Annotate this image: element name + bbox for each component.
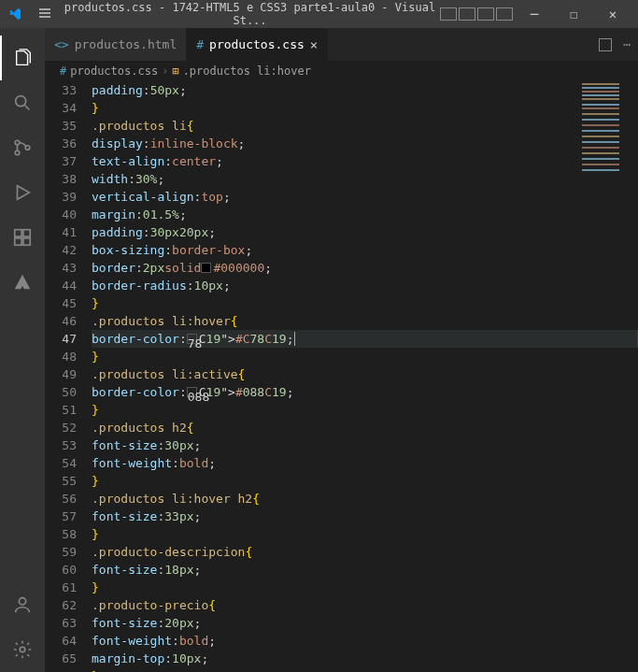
svg-point-0	[16, 96, 26, 107]
css-file-icon: #	[196, 37, 204, 51]
breadcrumb-file: productos.css	[70, 64, 158, 78]
vertical-scrollbar[interactable]	[625, 81, 638, 672]
svg-rect-4	[15, 230, 21, 236]
tab-productos-css[interactable]: # productos.css ×	[187, 28, 328, 61]
svg-rect-7	[23, 238, 30, 245]
line-numbers: 3334353637383940414243444546474849505152…	[45, 81, 92, 672]
editor-area: <> productos.html # productos.css × ⋯ # …	[45, 28, 638, 672]
breadcrumb[interactable]: # productos.css › ⊞ .productos li:hover	[45, 61, 638, 81]
extensions-icon[interactable]	[0, 215, 45, 260]
layout-icons[interactable]	[440, 7, 513, 21]
svg-point-8	[19, 598, 25, 605]
breadcrumb-selector: .productos li:hover	[183, 64, 311, 78]
search-icon[interactable]	[0, 80, 45, 125]
tab-label: productos.css	[209, 37, 305, 51]
more-actions-icon[interactable]: ⋯	[623, 37, 631, 51]
code-editor[interactable]: 3334353637383940414243444546474849505152…	[45, 81, 638, 672]
title-bar: productos.css - 1742-HTML5 e CSS3 parte1…	[0, 0, 638, 28]
azure-icon[interactable]	[0, 260, 45, 305]
svg-point-1	[15, 140, 20, 145]
close-tab-icon[interactable]: ×	[310, 37, 318, 52]
minimap[interactable]	[578, 81, 625, 672]
window-controls: ─ ☐ ✕	[517, 7, 631, 21]
svg-point-3	[25, 146, 30, 150]
breadcrumb-separator: ›	[162, 64, 168, 78]
svg-rect-5	[23, 230, 30, 236]
tabs-bar: <> productos.html # productos.css × ⋯	[45, 28, 638, 61]
svg-point-9	[20, 647, 25, 652]
menu-icon[interactable]	[37, 6, 52, 23]
settings-icon[interactable]	[0, 627, 45, 672]
tab-productos-html[interactable]: <> productos.html	[45, 28, 187, 61]
tab-label: productos.html	[75, 37, 177, 51]
maximize-button[interactable]: ☐	[556, 7, 591, 21]
close-button[interactable]: ✕	[595, 7, 631, 21]
code-content[interactable]: padding: 50px; } .productos li{ display:…	[92, 81, 638, 672]
minimize-button[interactable]: ─	[517, 7, 552, 21]
explorer-icon[interactable]	[0, 36, 45, 80]
svg-point-2	[15, 150, 20, 155]
html-file-icon: <>	[54, 37, 69, 51]
svg-rect-6	[15, 238, 21, 245]
css-file-icon: #	[60, 64, 66, 78]
vscode-icon	[7, 7, 22, 21]
accounts-icon[interactable]	[0, 582, 45, 627]
source-control-icon[interactable]	[0, 125, 45, 170]
run-debug-icon[interactable]	[0, 170, 45, 215]
split-editor-icon[interactable]	[599, 38, 612, 51]
window-title: productos.css - 1742-HTML5 e CSS3 parte1…	[60, 1, 440, 27]
tab-actions: ⋯	[591, 28, 638, 61]
main-area: <> productos.html # productos.css × ⋯ # …	[0, 28, 638, 672]
activity-bar	[0, 28, 45, 672]
selector-icon: ⊞	[172, 64, 178, 78]
